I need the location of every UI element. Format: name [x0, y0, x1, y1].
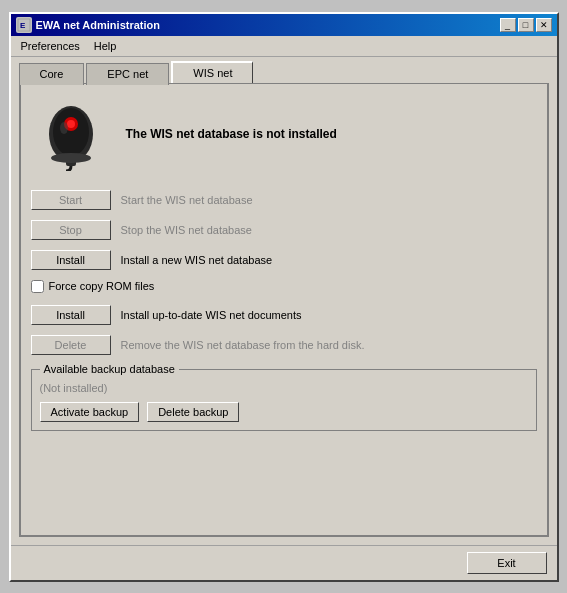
tab-epc-net[interactable]: EPC net	[86, 63, 169, 85]
app-icon: E	[16, 17, 32, 33]
logo-area	[31, 94, 111, 174]
install-row: Install Install a new WIS net database	[31, 250, 537, 270]
backup-box: Available backup database (Not installed…	[31, 369, 537, 431]
status-text: The WIS net database is not installed	[126, 127, 537, 141]
install-docs-label: Install up-to-date WIS net documents	[121, 309, 302, 321]
top-section: The WIS net database is not installed	[31, 94, 537, 182]
menu-help[interactable]: Help	[88, 38, 123, 54]
install2-row: Install Install up-to-date WIS net docum…	[31, 305, 537, 325]
exit-button[interactable]: Exit	[467, 552, 547, 574]
install-label: Install a new WIS net database	[121, 254, 273, 266]
stop-button[interactable]: Stop	[31, 220, 111, 240]
title-bar: E EWA net Administration _ □ ✕	[11, 14, 557, 36]
svg-point-8	[60, 122, 68, 134]
backup-buttons: Activate backup Delete backup	[40, 402, 528, 422]
main-window: E EWA net Administration _ □ ✕ Preferenc…	[9, 12, 559, 582]
start-row: Start Start the WIS net database	[31, 190, 537, 210]
backup-status: (Not installed)	[40, 382, 528, 394]
minimize-button[interactable]: _	[500, 18, 516, 32]
install-docs-button[interactable]: Install	[31, 305, 111, 325]
title-bar-left: E EWA net Administration	[16, 17, 160, 33]
menu-preferences[interactable]: Preferences	[15, 38, 86, 54]
start-label: Start the WIS net database	[121, 194, 253, 206]
backup-legend: Available backup database	[40, 363, 179, 375]
close-button[interactable]: ✕	[536, 18, 552, 32]
tabs-container: Core EPC net WIS net	[11, 57, 557, 83]
svg-point-7	[51, 153, 91, 163]
menu-bar: Preferences Help	[11, 36, 557, 57]
tab-core[interactable]: Core	[19, 63, 85, 85]
stop-row: Stop Stop the WIS net database	[31, 220, 537, 240]
delete-button[interactable]: Delete	[31, 335, 111, 355]
start-button[interactable]: Start	[31, 190, 111, 210]
activate-backup-button[interactable]: Activate backup	[40, 402, 140, 422]
install-button[interactable]: Install	[31, 250, 111, 270]
force-copy-label: Force copy ROM files	[49, 280, 155, 292]
svg-text:E: E	[20, 21, 26, 30]
checkbox-row: Force copy ROM files	[31, 280, 537, 293]
tab-wis-net[interactable]: WIS net	[171, 61, 253, 83]
delete-backup-button[interactable]: Delete backup	[147, 402, 239, 422]
svg-point-3	[53, 108, 89, 156]
content-area: The WIS net database is not installed St…	[19, 83, 549, 537]
device-icon	[36, 96, 106, 171]
title-buttons: _ □ ✕	[500, 18, 552, 32]
window-title: EWA net Administration	[36, 19, 160, 31]
force-copy-checkbox[interactable]	[31, 280, 44, 293]
bottom-bar: Exit	[11, 545, 557, 580]
svg-point-5	[67, 120, 75, 128]
delete-label: Remove the WIS net database from the har…	[121, 339, 365, 351]
stop-label: Stop the WIS net database	[121, 224, 252, 236]
maximize-button[interactable]: □	[518, 18, 534, 32]
delete-row: Delete Remove the WIS net database from …	[31, 335, 537, 355]
